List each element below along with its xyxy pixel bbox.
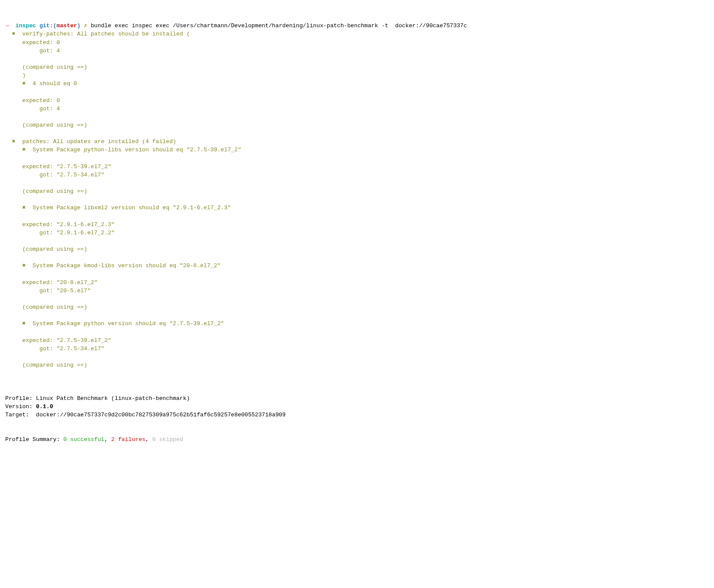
close-paren: ) bbox=[5, 72, 26, 79]
git-branch: master bbox=[57, 22, 77, 29]
expected-line: expected: 0 bbox=[5, 97, 60, 104]
subtest-line: System Package python version should eq … bbox=[32, 320, 224, 327]
expected-line: expected: "20-8.el7_2" bbox=[5, 279, 98, 286]
summary-prefix: Profile Summary: bbox=[5, 436, 64, 443]
version-value: 0.1.0 bbox=[36, 403, 53, 410]
subtest-line: System Package kmod-libs version should … bbox=[32, 262, 220, 269]
compared-line: (compared using ==) bbox=[5, 64, 87, 70]
subtest-line: System Package libxml2 version should eq… bbox=[32, 205, 231, 211]
compared-line: (compared using ==) bbox=[5, 246, 87, 252]
expected-line: expected: "2.7.5-39.el7_2" bbox=[5, 337, 111, 344]
comma: , bbox=[146, 436, 153, 443]
fail-bullet: ✖ bbox=[5, 147, 32, 153]
target-label: Target: bbox=[5, 412, 36, 418]
fail-bullet: ✖ bbox=[5, 262, 32, 269]
target-value: docker://90cae757337c9d2c00bc78275309a97… bbox=[36, 412, 286, 418]
command-text: bundle exec inspec exec /Users/chartmann… bbox=[91, 22, 467, 29]
summary-success-word: successful bbox=[67, 436, 104, 443]
expected-line: expected: 0 bbox=[5, 39, 60, 46]
compared-line: (compared using ==) bbox=[5, 304, 87, 310]
compared-line: (compared using ==) bbox=[5, 188, 87, 195]
prompt-cwd: inspec bbox=[16, 22, 36, 29]
compared-line: (compared using ==) bbox=[5, 122, 87, 128]
git-close: ) bbox=[77, 22, 80, 29]
got-line: got: 4 bbox=[5, 105, 60, 112]
fail-bullet: ✖ bbox=[5, 80, 32, 87]
summary-skip-word: skipped bbox=[156, 436, 183, 443]
compared-line: (compared using ==) bbox=[5, 362, 87, 368]
expected-line: expected: "2.9.1-6.el7_2.3" bbox=[5, 221, 115, 228]
got-line: got: "2.7.5-34.el7" bbox=[5, 172, 105, 178]
fail-bullet: ✖ bbox=[5, 31, 22, 37]
fail-bullet: ✖ bbox=[5, 138, 22, 145]
terminal-output: → inspec git:(master) ✗ bundle exec insp… bbox=[5, 22, 709, 444]
prompt-dirty: ✗ bbox=[80, 22, 91, 29]
fail-bullet: ✖ bbox=[5, 320, 32, 327]
comma: , bbox=[105, 436, 112, 443]
got-line: got: "2.9.1-6.el7_2.2" bbox=[5, 230, 115, 236]
git-label: git:( bbox=[39, 22, 57, 29]
got-line: got: "2.7.5-34.el7" bbox=[5, 345, 105, 352]
fail-bullet: ✖ bbox=[5, 205, 32, 211]
profile-label: Profile: bbox=[5, 395, 36, 402]
prompt-arrow: → bbox=[5, 22, 9, 29]
got-line: got: 4 bbox=[5, 48, 60, 54]
subtest-line: System Package python-libs version shoul… bbox=[32, 147, 241, 153]
version-label: Version: bbox=[5, 403, 36, 410]
control-title: patches: All updates are installed (4 fa… bbox=[22, 138, 176, 145]
got-line: got: "20-5.el7" bbox=[5, 288, 91, 294]
summary-fail-word: failures bbox=[115, 436, 145, 443]
profile-name: Linux Patch Benchmark (linux-patch-bench… bbox=[36, 395, 190, 402]
expected-line: expected: "2.7.5-39.el7_2" bbox=[5, 163, 111, 170]
subtest-title: 4 should eq 0 bbox=[32, 80, 77, 87]
control-title: verify-patches: All patches should be in… bbox=[22, 31, 190, 37]
